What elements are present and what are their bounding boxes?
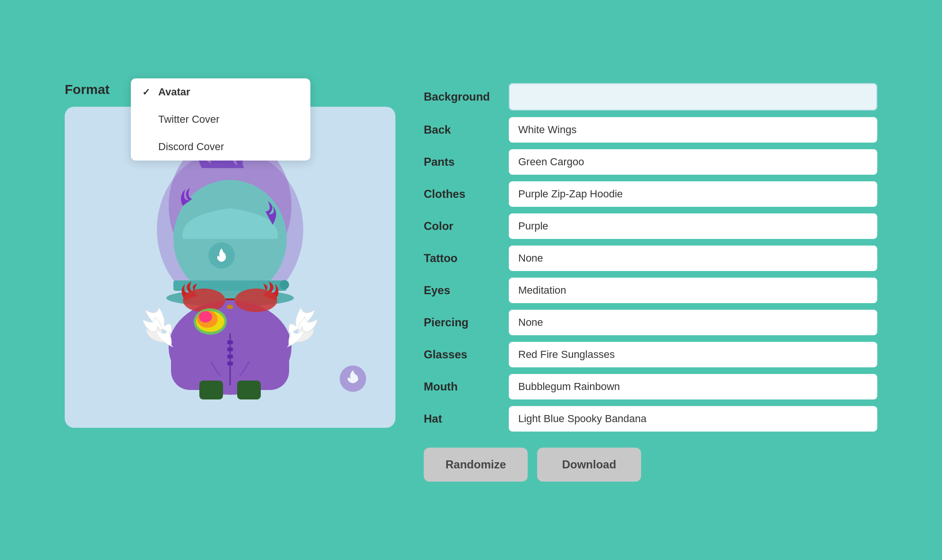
format-dropdown-menu[interactable]: ✓ Avatar Twitter Cover Discord Cover (131, 78, 310, 161)
attr-row-glasses: Glasses (424, 342, 877, 367)
attr-row-back: Back (424, 117, 877, 143)
svg-rect-17 (227, 305, 233, 309)
attr-label-glasses: Glasses (424, 348, 499, 361)
attr-row-mouth: Mouth (424, 374, 877, 399)
attr-value-eyes[interactable] (509, 278, 877, 303)
dropdown-item-avatar-label: Avatar (158, 86, 190, 98)
brand-watermark (339, 365, 367, 395)
attr-label-background: Background (424, 90, 499, 103)
main-container: Format ✓ Avatar Twitter Cover Discord Co… (46, 59, 896, 501)
attr-value-tattoo[interactable] (509, 246, 877, 271)
attr-value-mouth[interactable] (509, 374, 877, 399)
attr-label-back: Back (424, 123, 499, 136)
svg-rect-23 (237, 381, 261, 399)
attr-row-background: Background (424, 83, 877, 110)
format-label: Format (65, 78, 121, 97)
attr-row-tattoo: Tattoo (424, 246, 877, 271)
attr-label-color: Color (424, 220, 499, 233)
attr-row-hat: Hat (424, 406, 877, 432)
randomize-button[interactable]: Randomize (424, 448, 528, 482)
svg-rect-12 (227, 355, 233, 358)
dropdown-item-twitter[interactable]: Twitter Cover (131, 106, 310, 133)
attr-row-piercing: Piercing (424, 310, 877, 335)
right-panel: Background Back Pants Clothes Color Tatt… (424, 78, 877, 482)
svg-point-21 (199, 311, 212, 322)
attr-value-hat[interactable] (509, 406, 877, 432)
svg-rect-10 (227, 340, 233, 344)
buttons-row: Randomize Download (424, 448, 877, 482)
svg-rect-13 (227, 362, 233, 365)
attr-label-pants: Pants (424, 155, 499, 169)
attr-label-eyes: Eyes (424, 284, 499, 297)
dropdown-item-avatar[interactable]: ✓ Avatar (131, 78, 310, 106)
avatar-image-container (79, 130, 381, 404)
attr-row-color: Color (424, 213, 877, 239)
avatar-illustration (117, 130, 343, 404)
svg-rect-22 (199, 381, 223, 399)
svg-point-14 (183, 288, 225, 312)
attr-value-piercing[interactable] (509, 310, 877, 335)
download-button[interactable]: Download (537, 448, 641, 482)
attr-value-pants[interactable] (509, 149, 877, 175)
dropdown-item-discord-label: Discord Cover (158, 141, 224, 153)
attr-value-back[interactable] (509, 117, 877, 143)
dropdown-item-twitter-label: Twitter Cover (158, 113, 220, 126)
svg-rect-11 (227, 348, 233, 351)
attr-label-mouth: Mouth (424, 380, 499, 393)
attr-label-piercing: Piercing (424, 316, 499, 329)
attr-value-background[interactable] (509, 83, 877, 110)
attr-value-clothes[interactable] (509, 181, 877, 207)
left-panel: Format ✓ Avatar Twitter Cover Discord Co… (65, 78, 395, 428)
attr-row-pants: Pants (424, 149, 877, 175)
attr-value-color[interactable] (509, 213, 877, 239)
dropdown-item-discord[interactable]: Discord Cover (131, 133, 310, 161)
svg-point-15 (235, 288, 277, 312)
attr-row-clothes: Clothes (424, 181, 877, 207)
format-row: Format ✓ Avatar Twitter Cover Discord Co… (65, 78, 395, 97)
attr-label-hat: Hat (424, 412, 499, 425)
attr-value-glasses[interactable] (509, 342, 877, 367)
attr-label-tattoo: Tattoo (424, 252, 499, 265)
checkmark-icon: ✓ (142, 86, 152, 98)
attr-row-eyes: Eyes (424, 278, 877, 303)
svg-point-5 (280, 280, 289, 289)
attr-label-clothes: Clothes (424, 187, 499, 201)
